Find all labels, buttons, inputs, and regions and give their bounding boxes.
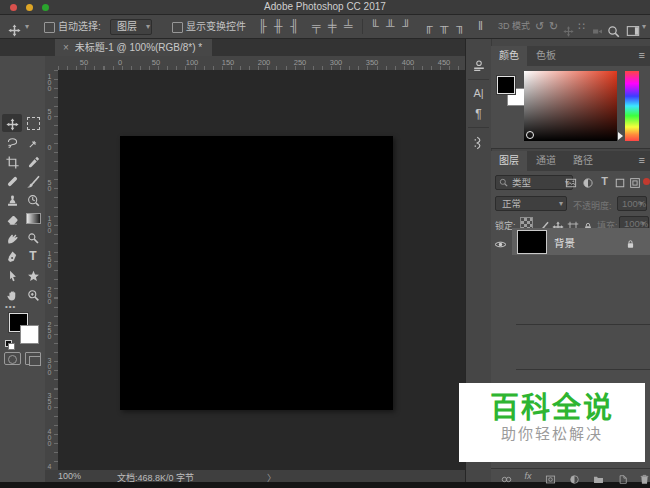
saturation-brightness-field[interactable] (524, 71, 617, 141)
ruler-label: 50 (80, 58, 88, 67)
link-layers-button[interactable] (499, 470, 513, 482)
hand-tool-button[interactable] (2, 285, 22, 303)
filter-smart-objects-button[interactable] (627, 173, 642, 188)
layer-lock-icon (625, 234, 637, 247)
pen-tool-button[interactable] (2, 247, 22, 265)
filter-type-layers-button[interactable]: T (597, 173, 612, 188)
filter-adjustment-layers-button[interactable] (580, 173, 595, 188)
ruler-label: 250 (294, 58, 307, 67)
blend-mode-select[interactable]: 正常 ▾ (495, 196, 567, 211)
filter-kind-value: 类型 (512, 177, 531, 188)
3d-orbit-icon[interactable]: ↺ (535, 15, 544, 38)
align-bottom-edges-button[interactable]: ╧ (344, 15, 353, 38)
gradient-tool-button[interactable] (23, 209, 43, 227)
ruler-label: 300 (46, 357, 53, 375)
move-tool-button[interactable] (2, 114, 22, 132)
layer-style-button[interactable]: fx (521, 470, 535, 482)
ruler-label: 50 (152, 58, 160, 67)
layer-thumbnail[interactable] (517, 230, 547, 254)
background-color-swatch[interactable] (20, 325, 39, 344)
healing-brush-tool-button[interactable] (2, 171, 22, 189)
layer-name[interactable]: 背景 (554, 235, 575, 250)
lasso-tool-button[interactable] (2, 133, 22, 151)
paragraph-panel-icon[interactable]: ¶ (469, 105, 488, 123)
align-right-edges-button[interactable]: ╢ (290, 15, 299, 38)
properties-panel-icon[interactable] (469, 132, 488, 150)
align-horizontal-centers-button[interactable]: ╫ (274, 15, 283, 38)
quick-selection-tool-button[interactable] (23, 133, 43, 151)
filter-shape-layers-button[interactable] (612, 173, 627, 188)
hue-slider[interactable] (625, 71, 639, 141)
character-panel-icon[interactable]: A| (469, 84, 488, 102)
color-panel-foreground-swatch[interactable] (497, 76, 515, 94)
distribute-left-edges-button[interactable]: ╓ (424, 15, 433, 38)
move-tool-icon[interactable] (8, 18, 21, 41)
layer-filter-toggle[interactable] (643, 178, 650, 185)
dodge-tool-button[interactable] (23, 228, 43, 246)
add-layer-mask-button[interactable] (543, 470, 557, 482)
color-panel-menu-icon[interactable]: ≡ (639, 49, 645, 61)
3d-roll-icon[interactable]: ↻ (549, 15, 558, 38)
layer-filter-kind-select[interactable]: 类型 ▾ (495, 175, 573, 190)
libraries-panel-icon[interactable] (469, 55, 488, 73)
clone-stamp-tool-button[interactable] (2, 190, 22, 208)
color-cursor-icon[interactable] (526, 131, 534, 139)
new-adjustment-layer-button[interactable] (567, 470, 581, 482)
layer-row[interactable]: 背景 (491, 228, 650, 255)
new-group-button[interactable] (591, 470, 605, 482)
history-brush-tool-button[interactable] (23, 190, 43, 208)
document-tab[interactable]: ×未标题-1 @ 100%(RGB/8*) * (55, 39, 212, 56)
align-left-edges-button[interactable]: ╟ (258, 15, 267, 38)
auto-select-checkbox[interactable] (44, 22, 55, 33)
eraser-tool-button[interactable] (2, 209, 22, 227)
marquee-tool-button[interactable] (23, 114, 43, 132)
ruler-label: 250 (46, 321, 53, 339)
filter-pixel-layers-button[interactable] (563, 173, 578, 188)
tab-paths[interactable]: 路径 (565, 151, 601, 171)
distribute-vertical-centers-button[interactable]: ╨ (386, 15, 395, 38)
zoom-tool-button[interactable] (23, 285, 43, 303)
document-tab-bar: ×未标题-1 @ 100%(RGB/8*) * (0, 39, 465, 56)
shape-tool-button[interactable] (23, 266, 43, 284)
new-layer-button[interactable] (615, 470, 629, 482)
delete-layer-button[interactable] (637, 470, 650, 482)
3d-slide-icon[interactable]: ∷ (578, 15, 585, 38)
tab-layers[interactable]: 图层 (491, 151, 527, 171)
show-transform-checkbox[interactable] (172, 22, 183, 33)
brush-tool-button[interactable] (23, 171, 43, 189)
tab-channels[interactable]: 通道 (528, 151, 564, 171)
crop-tool-button[interactable] (2, 152, 22, 170)
watermark-box: 百科全说 助你轻松解决 (459, 383, 645, 462)
smudge-tool-button[interactable] (2, 228, 22, 246)
ruler-label: 150 (222, 58, 235, 67)
tool-preset-chevron-icon[interactable]: ▾ (25, 15, 29, 38)
eyedropper-tool-button[interactable] (23, 152, 43, 170)
pasteboard[interactable] (58, 70, 465, 470)
opacity-field[interactable]: 100% ▾ (617, 196, 647, 211)
layers-panel-menu-icon[interactable]: ≡ (639, 154, 645, 166)
distribute-spacing-button[interactable]: ‖ (478, 15, 483, 38)
window-title: Adobe Photoshop CC 2017 (0, 1, 650, 12)
default-colors-icon[interactable] (5, 340, 14, 349)
ruler-corner[interactable] (45, 56, 59, 71)
type-tool-button[interactable]: T (23, 247, 43, 265)
quick-mask-button[interactable] (4, 352, 21, 365)
screen-mode-button[interactable] (25, 352, 41, 365)
distribute-top-edges-button[interactable]: ╙ (370, 15, 379, 38)
align-vertical-centers-button[interactable]: ╪ (328, 15, 337, 38)
distribute-bottom-edges-button[interactable]: ╜ (402, 15, 411, 38)
tab-swatches[interactable]: 色板 (528, 46, 564, 66)
align-top-edges-button[interactable]: ╤ (312, 15, 321, 38)
distribute-right-edges-button[interactable]: ╖ (456, 15, 465, 38)
layer-visibility-eye-icon[interactable] (494, 235, 509, 248)
edit-toolbar-button[interactable]: ••• (5, 302, 16, 311)
tab-close-icon[interactable]: × (63, 42, 69, 53)
vertical-ruler[interactable]: 100 50 0 50 100 150 200 250 300 350 400 … (45, 70, 59, 470)
document-canvas[interactable] (120, 136, 393, 410)
tab-color[interactable]: 颜色 (491, 46, 527, 66)
horizontal-ruler[interactable]: 50 0 50 100 150 200 250 300 350 400 450 (58, 56, 465, 71)
color-slider-arrow-icon (618, 132, 623, 140)
path-selection-tool-button[interactable] (2, 266, 22, 284)
zoom-level-field[interactable]: 100% (58, 471, 81, 481)
distribute-horizontal-centers-button[interactable]: ╥ (440, 15, 449, 38)
